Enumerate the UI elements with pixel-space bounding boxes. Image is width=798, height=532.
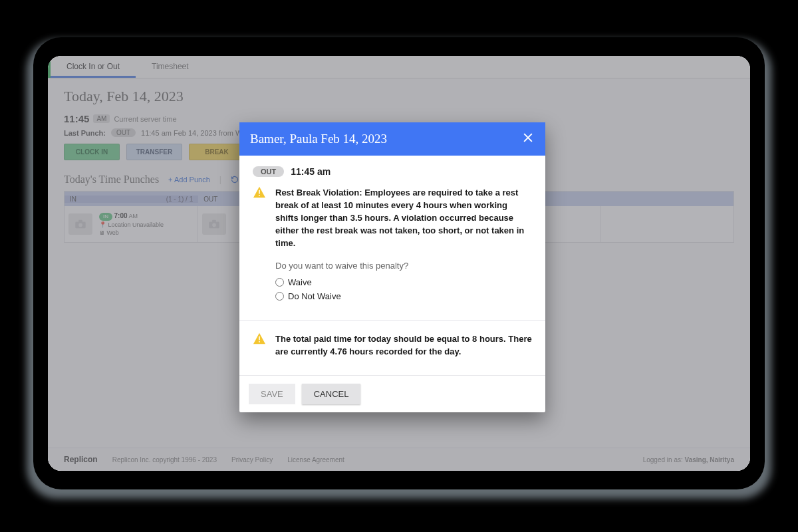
status-time: 11:45 am <box>291 166 331 177</box>
radio-waive[interactable]: Waive <box>275 277 532 287</box>
violation-2-text: The total paid time for today should be … <box>275 332 532 358</box>
modal-title: Bamer, Paula Feb 14, 2023 <box>250 132 387 146</box>
status-badge: OUT <box>253 166 284 177</box>
radio-donotwaive-label: Do Not Waive <box>288 291 341 301</box>
svg-rect-6 <box>259 190 260 194</box>
violation-1-text: Rest Break Violation: Employees are requ… <box>275 186 532 250</box>
violation-modal: Bamer, Paula Feb 14, 2023 OUT 11:45 am R… <box>239 122 545 412</box>
tablet-frame: Clock In or Out Timesheet Today, Feb 14,… <box>33 37 765 489</box>
radio-waive-label: Waive <box>288 277 312 287</box>
warning-icon <box>253 186 266 250</box>
save-button[interactable]: SAVE <box>249 384 295 404</box>
waive-question: Do you want to waive this penalty? <box>275 261 532 271</box>
close-icon[interactable] <box>521 131 535 148</box>
svg-rect-8 <box>259 336 260 340</box>
modal-header: Bamer, Paula Feb 14, 2023 <box>239 122 545 156</box>
svg-rect-9 <box>259 341 260 342</box>
warning-icon <box>253 332 266 358</box>
radio-do-not-waive[interactable]: Do Not Waive <box>275 291 532 301</box>
cancel-button[interactable]: CANCEL <box>302 384 361 404</box>
svg-rect-7 <box>259 195 260 196</box>
app-screen: Clock In or Out Timesheet Today, Feb 14,… <box>48 56 750 471</box>
